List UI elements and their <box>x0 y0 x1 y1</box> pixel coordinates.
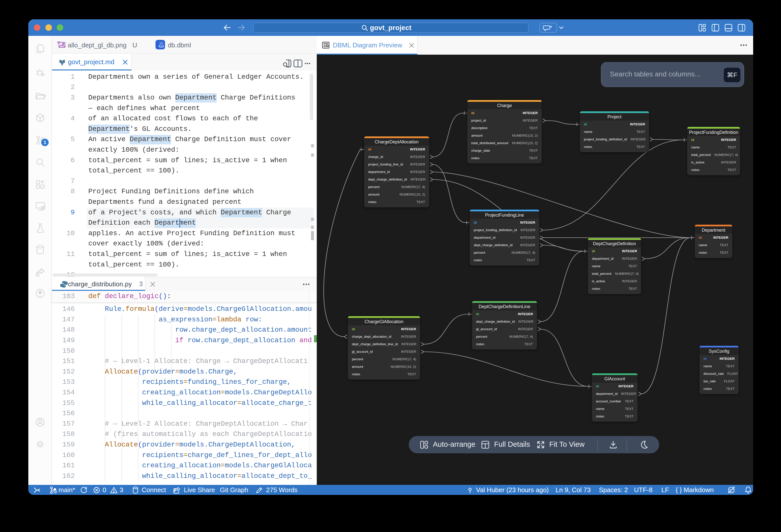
svg-text:</>: </> <box>159 41 163 44</box>
